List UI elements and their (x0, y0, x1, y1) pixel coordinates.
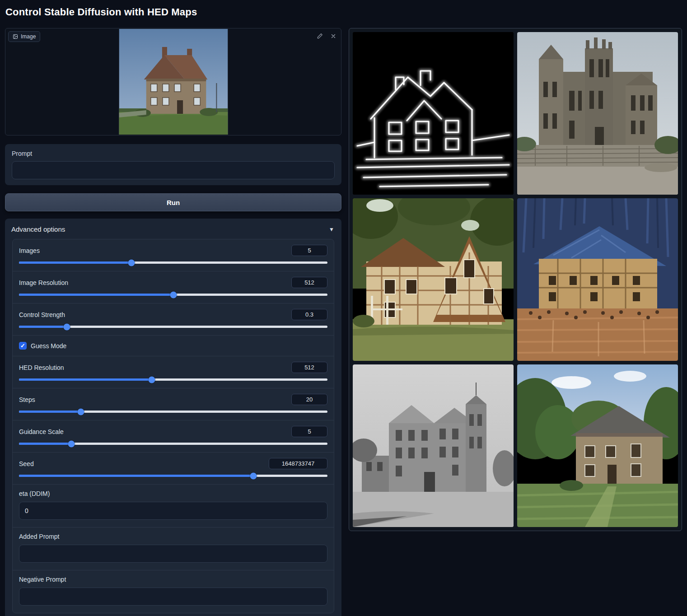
gallery-grid (353, 32, 678, 527)
run-button[interactable]: Run (5, 193, 341, 211)
images-value-input[interactable] (291, 245, 327, 256)
hed-resolution-value-input[interactable] (291, 362, 327, 373)
gallery-item-stylized-painting[interactable] (517, 198, 678, 361)
seed-slider[interactable] (19, 475, 327, 477)
gallery-item-house-lawn[interactable] (517, 364, 678, 527)
guess-mode-row: ✓ Guess Mode (13, 335, 334, 356)
image-resolution-slider-row: Image Resolution (13, 271, 334, 303)
gallery-item-hed-map[interactable] (353, 32, 514, 195)
guidance-scale-value-input[interactable] (291, 426, 327, 437)
page-title: Control Stable Diffusion with HED Maps (5, 6, 197, 18)
images-slider-label: Images (19, 247, 40, 254)
control-strength-slider[interactable] (19, 326, 327, 328)
seed-slider-row: Seed (13, 452, 334, 484)
eta-row: eta (DDIM) (13, 484, 334, 527)
prompt-block: Prompt (5, 144, 341, 185)
slider-fill (19, 443, 71, 445)
seed-slider-label: Seed (19, 460, 34, 467)
steps-value-input[interactable] (291, 394, 327, 405)
eta-label: eta (DDIM) (19, 490, 327, 497)
slider-fill (19, 294, 173, 296)
negative-prompt-input[interactable] (19, 588, 327, 606)
image-resolution-value-input[interactable] (291, 277, 327, 288)
added-prompt-label: Added Prompt (19, 533, 327, 540)
control-strength-slider-row: Control Strength (13, 303, 334, 335)
output-gallery (349, 28, 682, 531)
image-actions (316, 32, 337, 40)
steps-slider-row: Steps (13, 388, 334, 420)
image-icon (13, 34, 18, 39)
added-prompt-row: Added Prompt (13, 527, 334, 570)
edit-image-button[interactable] (316, 32, 324, 40)
guidance-scale-slider-row: Guidance Scale (13, 420, 334, 452)
check-icon: ✓ (20, 342, 25, 349)
images-slider-row: Images (13, 239, 334, 271)
negative-prompt-label: Negative Prompt (19, 576, 327, 583)
advanced-options-header[interactable]: Advanced options ▼ (5, 219, 341, 239)
close-icon (330, 33, 336, 39)
input-image-tab-label: Image (21, 33, 36, 40)
advanced-options-form: Images Image Resolution (12, 239, 334, 613)
guess-mode-label: Guess Mode (31, 342, 66, 350)
input-image-block: Image (5, 28, 341, 135)
image-resolution-slider-handle[interactable] (170, 291, 177, 298)
negative-prompt-row: Negative Prompt (13, 570, 334, 613)
slider-fill (19, 326, 67, 328)
app-window: Control Stable Diffusion with HED Maps I… (0, 0, 687, 616)
input-image-tab: Image (8, 31, 40, 42)
steps-slider-handle[interactable] (77, 408, 84, 415)
chevron-down-icon: ▼ (329, 226, 334, 233)
guidance-scale-slider[interactable] (19, 443, 327, 445)
slider-fill (19, 261, 131, 264)
control-strength-slider-label: Control Strength (19, 311, 65, 318)
prompt-input[interactable] (12, 161, 335, 179)
slider-fill (19, 411, 81, 413)
prompt-label: Prompt (12, 150, 335, 157)
hed-resolution-slider[interactable] (19, 378, 327, 381)
hed-resolution-slider-handle[interactable] (148, 376, 155, 383)
added-prompt-input[interactable] (19, 545, 327, 563)
pencil-icon (317, 33, 323, 39)
input-image[interactable] (119, 29, 228, 135)
control-strength-slider-handle[interactable] (63, 323, 70, 330)
steps-slider[interactable] (19, 411, 327, 413)
control-strength-value-input[interactable] (291, 309, 327, 320)
steps-slider-label: Steps (19, 396, 35, 403)
advanced-options-accordion: Advanced options ▼ Images Image (5, 219, 341, 616)
image-resolution-slider[interactable] (19, 294, 327, 296)
image-resolution-slider-label: Image Resolution (19, 279, 68, 286)
guess-mode-checkbox[interactable]: ✓ (19, 342, 27, 350)
hed-resolution-slider-label: HED Resolution (19, 364, 64, 371)
gallery-item-grayscale-building[interactable] (353, 364, 514, 527)
advanced-options-label: Advanced options (11, 225, 65, 233)
guidance-scale-slider-handle[interactable] (68, 440, 75, 447)
clear-image-button[interactable] (329, 32, 337, 40)
slider-fill (19, 378, 152, 381)
slider-fill (19, 475, 253, 477)
controls-column: Image (5, 28, 341, 616)
gallery-item-timber-house[interactable] (353, 198, 514, 361)
eta-input[interactable] (19, 502, 327, 520)
seed-slider-handle[interactable] (250, 472, 257, 479)
seed-value-input[interactable] (269, 458, 327, 469)
guidance-scale-slider-label: Guidance Scale (19, 428, 64, 435)
gallery-item-castle[interactable] (517, 32, 678, 195)
images-slider-handle[interactable] (128, 259, 135, 266)
images-slider[interactable] (19, 261, 327, 264)
hed-resolution-slider-row: HED Resolution (13, 356, 334, 388)
